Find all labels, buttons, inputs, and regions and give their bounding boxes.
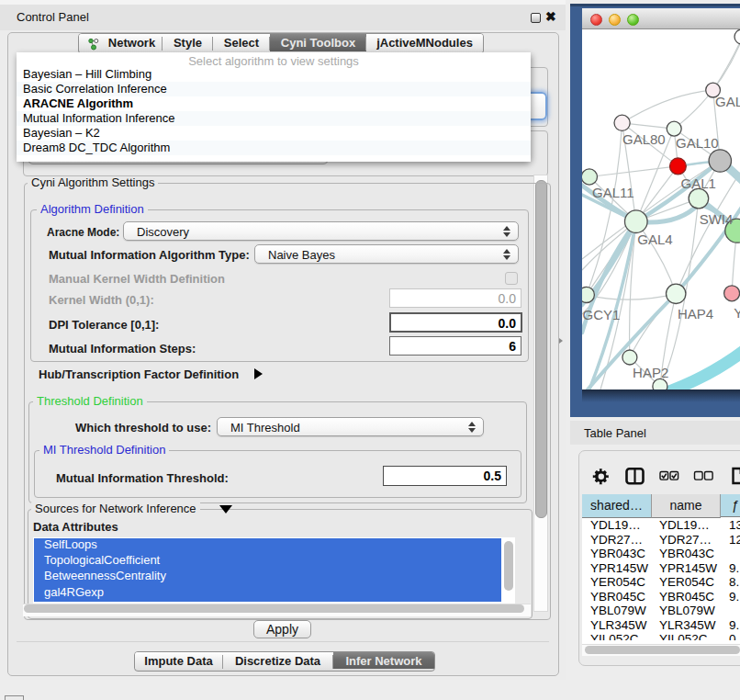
svg-text:GAL4: GAL4 [637, 231, 672, 247]
svg-text:GAL11: GAL11 [592, 185, 634, 200]
svg-text:GAL10: GAL10 [676, 135, 719, 151]
svg-text:GAL7: GAL7 [715, 94, 740, 109]
svg-text:GAL80: GAL80 [622, 131, 666, 147]
svg-text:GCY1: GCY1 [583, 307, 621, 322]
svg-text:HAP2: HAP2 [633, 365, 668, 380]
svg-text:HAP4: HAP4 [678, 306, 713, 322]
svg-text:GAL1: GAL1 [681, 175, 716, 191]
svg-text:SWI4: SWI4 [700, 211, 734, 227]
svg-text:Y: Y [734, 305, 740, 321]
